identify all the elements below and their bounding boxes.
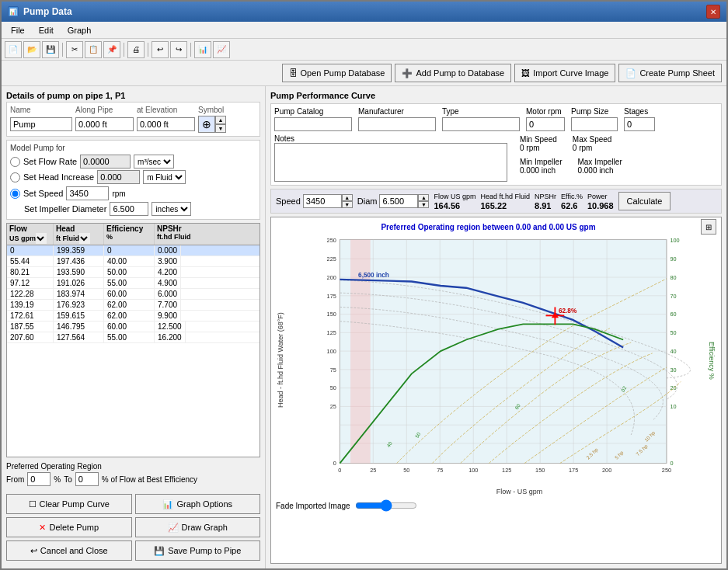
flow-rate-radio[interactable]: [10, 157, 20, 167]
min-speed-label: Min Speed: [520, 135, 557, 144]
table-cell: 55.44: [7, 256, 54, 266]
save-pump-button[interactable]: 💾 Save Pump to Pipe: [135, 540, 261, 561]
table-row[interactable]: 80.21193.59050.004.200: [7, 267, 260, 278]
manufacturer-label: Manufacturer: [358, 107, 436, 116]
toolbar-new[interactable]: 📄: [5, 41, 22, 58]
symbol-control: ⊕ ▲ ▼: [198, 116, 226, 133]
impeller-unit[interactable]: inches: [152, 202, 191, 216]
catalog-input[interactable]: [274, 117, 352, 131]
flow-rate-unit[interactable]: m³/sec: [134, 155, 174, 169]
toolbar-sep4: [190, 43, 191, 57]
diam-down-btn[interactable]: ▼: [418, 201, 429, 208]
graph-zoom-button[interactable]: ⊞: [701, 219, 716, 235]
toolbar-extra1[interactable]: 📊: [194, 41, 211, 58]
head-increase-unit[interactable]: m Fluid: [143, 170, 186, 184]
symbol-down[interactable]: ▼: [215, 124, 226, 133]
toolbar-redo[interactable]: ↪: [170, 41, 187, 58]
menu-edit[interactable]: Edit: [33, 25, 60, 36]
toolbar-open[interactable]: 📂: [23, 41, 40, 58]
flow-data-group: Flow US gpm 164.56: [434, 193, 475, 210]
calculate-button[interactable]: Calculate: [618, 192, 671, 210]
flow-unit-select[interactable]: ▼: [36, 233, 47, 244]
toolbar-copy[interactable]: 📋: [85, 41, 102, 58]
diam-up-btn[interactable]: ▲: [418, 194, 429, 201]
import-curve-image-button[interactable]: 🖼 Import Curve Image: [514, 64, 615, 82]
head-increase-radio[interactable]: [10, 172, 20, 182]
svg-text:100: 100: [468, 467, 478, 474]
stages-input[interactable]: [624, 117, 655, 131]
head-data-label: Head ft.hd Fluid: [481, 193, 531, 200]
close-button[interactable]: ✕: [706, 5, 720, 19]
head-increase-input[interactable]: [97, 170, 140, 184]
table-row[interactable]: 0199.35900.000: [7, 245, 260, 256]
table-body: 0199.35900.00055.44197.43640.003.90080.2…: [7, 245, 260, 343]
toolbar-cut[interactable]: ✂: [66, 41, 83, 58]
cancel-close-button[interactable]: ↩ Cancel and Close: [6, 540, 132, 561]
diam-row-label: Diam: [357, 196, 378, 206]
motor-rpm-col: Motor rpm: [526, 107, 565, 131]
table-cell: 193.590: [54, 267, 104, 277]
toolbar-save[interactable]: 💾: [42, 41, 59, 58]
impeller-input[interactable]: [110, 202, 148, 216]
head-header-main: Head: [56, 224, 101, 233]
pump-size-input[interactable]: [571, 117, 618, 131]
to-input[interactable]: [75, 472, 99, 486]
table-row[interactable]: 97.12191.02655.004.900: [7, 278, 260, 289]
elevation-input[interactable]: 0.000 ft: [137, 117, 195, 131]
menu-file[interactable]: File: [5, 25, 31, 36]
speed-spinbox: ▲ ▼: [303, 194, 353, 208]
pref-suffix: % of Flow at Best Efficiency: [102, 475, 197, 484]
speed-spinbox-input[interactable]: [303, 194, 342, 208]
draw-graph-button[interactable]: 📈 Draw Graph: [135, 517, 261, 537]
table-row[interactable]: 187.55146.79560.0012.500: [7, 321, 260, 332]
notes-textarea[interactable]: [274, 143, 507, 182]
speed-input[interactable]: [66, 186, 109, 200]
pref-percent1: %: [54, 475, 61, 484]
toolbar-paste[interactable]: 📌: [103, 41, 120, 58]
from-input[interactable]: [27, 472, 51, 486]
table-row[interactable]: 122.28183.97460.006.000: [7, 289, 260, 300]
menu-graph[interactable]: Graph: [61, 25, 98, 36]
perf-fields-box: Pump Catalog Manufacturer Type Motor rpm: [270, 103, 722, 186]
table-cell: 172.61: [7, 311, 54, 321]
diam-spinbox-input[interactable]: [379, 194, 418, 208]
delete-pump-button[interactable]: ✕ Delete Pump: [6, 517, 132, 537]
speed-minmax-row: Min Speed 0 rpm Max Speed 0 rpm: [520, 134, 622, 152]
create-pump-sheet-button[interactable]: 📄 Create Pump Sheet: [618, 64, 722, 82]
svg-text:150: 150: [535, 467, 545, 474]
table-row[interactable]: 139.19176.92362.007.700: [7, 300, 260, 311]
open-db-label: Open Pump Database: [301, 68, 385, 78]
table-row[interactable]: 55.44197.43640.003.900: [7, 256, 260, 267]
svg-text:25: 25: [330, 403, 336, 410]
pref-region-section: Preferred Operating Region From % To % o…: [6, 461, 260, 488]
svg-text:250: 250: [662, 467, 671, 474]
table-row[interactable]: 207.60127.56455.0016.200: [7, 332, 260, 343]
speed-down-btn[interactable]: ▼: [342, 201, 353, 208]
graph-options-button[interactable]: 📊 Graph Options: [135, 494, 261, 514]
toolbar-extra2[interactable]: 📈: [213, 41, 230, 58]
speed-radio[interactable]: [10, 189, 20, 199]
toolbar-undo[interactable]: ↩: [152, 41, 169, 58]
along-pipe-input[interactable]: 0.000 ft: [75, 117, 134, 131]
speed-up-btn[interactable]: ▲: [342, 194, 353, 201]
add-icon: ➕: [402, 68, 413, 78]
svg-text:0: 0: [338, 467, 341, 474]
manufacturer-input[interactable]: [358, 117, 436, 131]
head-unit-select[interactable]: ▼: [79, 233, 90, 244]
toolbar-print[interactable]: 🖨: [127, 41, 145, 58]
speed-label: Set Speed: [23, 189, 63, 198]
type-input[interactable]: [442, 117, 520, 131]
pump-name-input[interactable]: Pump: [10, 117, 72, 131]
motor-rpm-input[interactable]: [526, 117, 565, 131]
symbol-up[interactable]: ▲: [215, 116, 226, 124]
add-pump-database-button[interactable]: ➕ Add Pump to Database: [395, 64, 511, 82]
pump-chart-svg: 250 225 200 175 150 125 100 75 50 25 0 0: [287, 236, 705, 485]
clear-pump-curve-button[interactable]: ☐ Clear Pump Curve: [6, 494, 132, 514]
btn-row-3: ↩ Cancel and Close 💾 Save Pump to Pipe: [6, 540, 260, 561]
catalog-label: Pump Catalog: [274, 107, 352, 116]
flow-rate-input[interactable]: [80, 155, 131, 169]
table-row[interactable]: 172.61159.61562.009.900: [7, 311, 260, 321]
open-pump-database-button[interactable]: 🗄 Open Pump Database: [282, 64, 392, 82]
fade-slider[interactable]: [355, 499, 417, 512]
main-window: 📊 Pump Data ✕ File Edit Graph 📄 📂 💾 ✂ 📋 …: [0, 0, 728, 570]
